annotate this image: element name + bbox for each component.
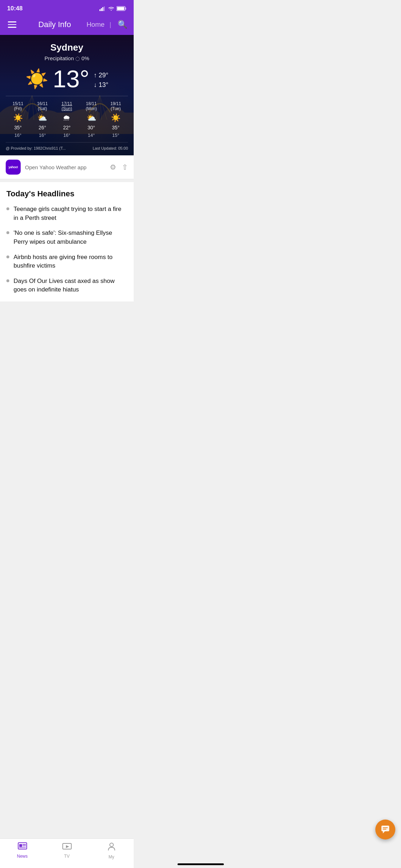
weather-forecast: 15/11(Fri) ☀️ 35° 16° 16/11(Sat) ⛅ 26° 1…	[6, 96, 128, 138]
forecast-weather-icon: ☀️	[111, 113, 120, 123]
forecast-high-temp: 22°	[63, 125, 71, 130]
header: Daily Info Home | 🔍	[0, 16, 134, 35]
news-section: Today's Headlines Teenage girls caught t…	[0, 182, 134, 301]
forecast-high-temp: 35°	[112, 125, 119, 130]
header-title: Daily Info	[26, 20, 84, 29]
news-headline: Today's Headlines	[6, 189, 127, 198]
yahoo-logo: yahoo!	[6, 160, 21, 175]
forecast-low-temp: 16°	[39, 133, 46, 138]
forecast-day-item: 18/11(Mon) ⛅ 30° 14°	[79, 101, 104, 138]
news-bullet	[6, 207, 9, 210]
forecast-high-temp: 26°	[38, 125, 46, 130]
forecast-low-temp: 16°	[14, 133, 21, 138]
news-list: Teenage girls caught trying to start a f…	[6, 205, 127, 294]
yahoo-strip[interactable]: yahoo! Open Yahoo Weather app ⚙ ⇧	[0, 155, 134, 179]
news-list-item[interactable]: Teenage girls caught trying to start a f…	[6, 205, 127, 222]
weather-provider: @ Provided by: 1982Chris911 (T...	[6, 146, 66, 150]
hamburger-menu-button[interactable]	[6, 20, 18, 29]
svg-rect-5	[117, 7, 124, 10]
wifi-icon	[108, 6, 114, 11]
share-icon[interactable]: ⇧	[122, 163, 128, 171]
search-icon[interactable]: 🔍	[118, 20, 127, 29]
forecast-day-item: 15/11(Fri) ☀️ 35° 16°	[6, 101, 30, 138]
weather-precipitation: Precipitation ◌ 0%	[6, 55, 128, 62]
news-bullet	[6, 279, 9, 282]
forecast-day-item: 19/11(Tue) ☀️ 35° 15°	[103, 101, 128, 138]
forecast-date: 15/11(Fri)	[12, 101, 23, 111]
news-item-text: Teenage girls caught trying to start a f…	[14, 205, 127, 222]
forecast-day-item: 16/11(Sat) ⛅ 26° 16°	[30, 101, 55, 138]
settings-icon[interactable]: ⚙	[110, 163, 116, 171]
forecast-high-temp: 30°	[87, 125, 95, 130]
forecast-low-temp: 15°	[112, 133, 119, 138]
temp-high: ↑ 29°	[94, 72, 108, 79]
weather-last-updated: Last Updated: 05:00	[93, 146, 128, 150]
svg-rect-0	[99, 9, 101, 11]
svg-rect-3	[104, 6, 105, 11]
news-item-text: Days Of Our Lives cast axed as show goes…	[14, 277, 127, 294]
forecast-date: 16/11(Sat)	[37, 101, 48, 111]
news-bullet	[6, 231, 9, 234]
forecast-date: 18/11(Mon)	[86, 101, 97, 111]
weather-main-display: ☀️ 13° ↑ 29° ↓ 13°	[6, 67, 128, 91]
forecast-day-item: 17/11(Sun) 🌧 22° 16°	[55, 101, 79, 138]
svg-rect-6	[125, 7, 127, 10]
header-home-link[interactable]: Home	[87, 21, 105, 29]
yahoo-actions: ⚙ ⇧	[110, 163, 128, 171]
weather-city: Sydney	[6, 42, 128, 53]
forecast-low-temp: 14°	[88, 133, 95, 138]
news-bullet	[6, 255, 9, 258]
header-divider: |	[109, 21, 111, 29]
weather-card: Sydney Precipitation ◌ 0% ☀️ 13° ↑ 29° ↓…	[0, 35, 134, 155]
svg-rect-2	[102, 7, 103, 11]
temperature-range: ↑ 29° ↓ 13°	[94, 69, 108, 89]
battery-icon	[117, 6, 127, 11]
forecast-weather-icon: ⛅	[37, 113, 47, 123]
svg-rect-1	[101, 8, 102, 11]
temp-low: ↓ 13°	[94, 81, 108, 89]
current-weather-icon: ☀️	[25, 68, 48, 90]
weather-content: Sydney Precipitation ◌ 0% ☀️ 13° ↑ 29° ↓…	[0, 35, 134, 155]
forecast-weather-icon: ☀️	[13, 113, 23, 123]
news-item-text: 'No one is safe': Six-smashing Ellyse Pe…	[14, 229, 127, 246]
current-temperature: 13°	[53, 67, 89, 91]
signal-icon	[99, 6, 106, 11]
news-list-item[interactable]: 'No one is safe': Six-smashing Ellyse Pe…	[6, 229, 127, 246]
forecast-high-temp: 35°	[14, 125, 22, 130]
yahoo-open-text: Open Yahoo Weather app	[25, 164, 106, 170]
news-item-text: Airbnb hosts are giving free rooms to bu…	[14, 253, 127, 270]
forecast-weather-icon: 🌧	[63, 113, 71, 123]
forecast-date: 17/11(Sun)	[61, 101, 72, 111]
forecast-date: 19/11(Tue)	[110, 101, 121, 111]
status-bar: 10:48	[0, 0, 134, 16]
weather-footer: @ Provided by: 1982Chris911 (T... Last U…	[6, 142, 128, 150]
news-list-item[interactable]: Days Of Our Lives cast axed as show goes…	[6, 277, 127, 294]
news-list-item[interactable]: Airbnb hosts are giving free rooms to bu…	[6, 253, 127, 270]
forecast-low-temp: 16°	[63, 133, 71, 138]
forecast-weather-icon: ⛅	[87, 113, 96, 123]
status-icons	[99, 6, 127, 11]
status-time: 10:48	[7, 5, 22, 12]
